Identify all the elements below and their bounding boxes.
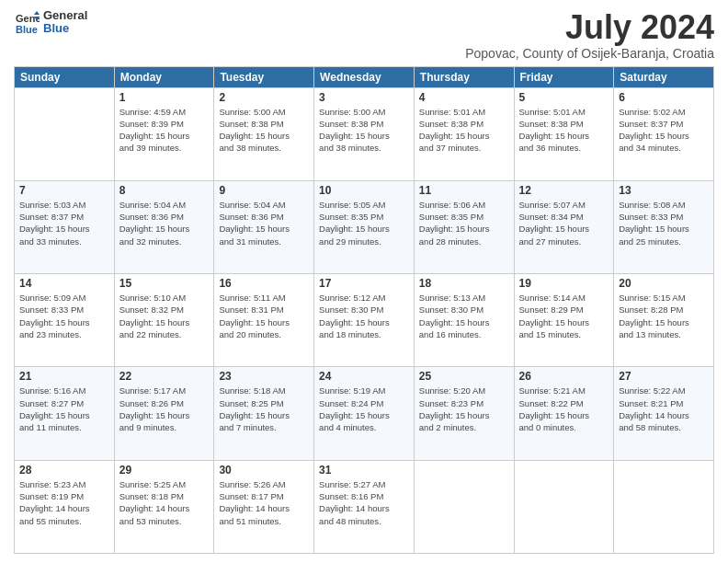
calendar-cell: 29Sunrise: 5:25 AM Sunset: 8:18 PM Dayli… — [114, 460, 214, 553]
calendar-cell: 7Sunrise: 5:03 AM Sunset: 8:37 PM Daylig… — [15, 180, 115, 273]
location-subtitle: Popovac, County of Osijek-Baranja, Croat… — [465, 46, 714, 61]
day-number: 26 — [519, 370, 609, 383]
day-info: Sunrise: 4:59 AM Sunset: 8:39 PM Dayligh… — [119, 106, 210, 155]
calendar-cell: 2Sunrise: 5:00 AM Sunset: 8:38 PM Daylig… — [214, 87, 314, 180]
calendar-cell — [614, 460, 714, 553]
day-number: 17 — [319, 277, 409, 290]
header-tuesday: Tuesday — [214, 66, 314, 87]
calendar-cell: 15Sunrise: 5:10 AM Sunset: 8:32 PM Dayli… — [114, 274, 214, 367]
day-info: Sunrise: 5:09 AM Sunset: 8:33 PM Dayligh… — [19, 292, 109, 340]
calendar-cell: 8Sunrise: 5:04 AM Sunset: 8:36 PM Daylig… — [114, 180, 214, 273]
calendar-cell — [514, 460, 614, 553]
day-number: 13 — [619, 184, 709, 197]
day-number: 11 — [419, 184, 509, 197]
day-number: 18 — [419, 277, 509, 290]
logo-line2: Blue — [43, 22, 87, 35]
day-info: Sunrise: 5:04 AM Sunset: 8:36 PM Dayligh… — [119, 199, 210, 247]
calendar-cell: 6Sunrise: 5:02 AM Sunset: 8:37 PM Daylig… — [614, 87, 714, 180]
day-info: Sunrise: 5:05 AM Sunset: 8:35 PM Dayligh… — [319, 199, 409, 247]
day-number: 9 — [219, 184, 309, 197]
day-number: 29 — [119, 464, 210, 477]
day-info: Sunrise: 5:00 AM Sunset: 8:38 PM Dayligh… — [319, 106, 409, 155]
day-info: Sunrise: 5:17 AM Sunset: 8:26 PM Dayligh… — [119, 385, 210, 433]
day-number: 3 — [319, 91, 409, 104]
calendar-cell: 14Sunrise: 5:09 AM Sunset: 8:33 PM Dayli… — [15, 274, 115, 367]
week-row-1: 1Sunrise: 4:59 AM Sunset: 8:39 PM Daylig… — [15, 87, 714, 180]
calendar-cell: 24Sunrise: 5:19 AM Sunset: 8:24 PM Dayli… — [314, 367, 415, 460]
week-row-4: 21Sunrise: 5:16 AM Sunset: 8:27 PM Dayli… — [15, 367, 714, 460]
day-info: Sunrise: 5:08 AM Sunset: 8:33 PM Dayligh… — [619, 199, 709, 247]
calendar-cell — [414, 460, 514, 553]
day-info: Sunrise: 5:11 AM Sunset: 8:31 PM Dayligh… — [219, 292, 309, 340]
day-number: 19 — [519, 277, 609, 290]
day-info: Sunrise: 5:27 AM Sunset: 8:16 PM Dayligh… — [319, 478, 409, 527]
day-number: 5 — [519, 91, 609, 104]
day-info: Sunrise: 5:18 AM Sunset: 8:25 PM Dayligh… — [219, 385, 309, 433]
day-info: Sunrise: 5:07 AM Sunset: 8:34 PM Dayligh… — [519, 199, 609, 247]
day-info: Sunrise: 5:01 AM Sunset: 8:38 PM Dayligh… — [419, 106, 509, 155]
logo-line1: General — [43, 9, 87, 22]
calendar-cell: 12Sunrise: 5:07 AM Sunset: 8:34 PM Dayli… — [514, 180, 614, 273]
day-info: Sunrise: 5:19 AM Sunset: 8:24 PM Dayligh… — [319, 385, 409, 433]
day-number: 16 — [219, 277, 309, 290]
calendar-cell: 27Sunrise: 5:22 AM Sunset: 8:21 PM Dayli… — [614, 367, 714, 460]
day-info: Sunrise: 5:25 AM Sunset: 8:18 PM Dayligh… — [119, 478, 210, 527]
day-number: 31 — [319, 464, 409, 477]
calendar-cell: 22Sunrise: 5:17 AM Sunset: 8:26 PM Dayli… — [114, 367, 214, 460]
calendar-cell: 19Sunrise: 5:14 AM Sunset: 8:29 PM Dayli… — [514, 274, 614, 367]
day-number: 7 — [19, 184, 109, 197]
day-info: Sunrise: 5:10 AM Sunset: 8:32 PM Dayligh… — [119, 292, 210, 340]
calendar-cell: 11Sunrise: 5:06 AM Sunset: 8:35 PM Dayli… — [414, 180, 514, 273]
calendar-cell: 17Sunrise: 5:12 AM Sunset: 8:30 PM Dayli… — [314, 274, 415, 367]
day-number: 23 — [219, 370, 309, 383]
header-row: SundayMondayTuesdayWednesdayThursdayFrid… — [15, 66, 714, 87]
day-info: Sunrise: 5:22 AM Sunset: 8:21 PM Dayligh… — [619, 385, 709, 433]
day-info: Sunrise: 5:23 AM Sunset: 8:19 PM Dayligh… — [19, 478, 109, 527]
header-sunday: Sunday — [15, 66, 115, 87]
svg-text:Blue: Blue — [16, 24, 38, 35]
calendar-cell: 9Sunrise: 5:04 AM Sunset: 8:36 PM Daylig… — [214, 180, 314, 273]
day-info: Sunrise: 5:03 AM Sunset: 8:37 PM Dayligh… — [19, 199, 109, 247]
week-row-3: 14Sunrise: 5:09 AM Sunset: 8:33 PM Dayli… — [15, 274, 714, 367]
calendar-cell — [15, 87, 115, 180]
day-info: Sunrise: 5:15 AM Sunset: 8:28 PM Dayligh… — [619, 292, 709, 340]
calendar-cell: 21Sunrise: 5:16 AM Sunset: 8:27 PM Dayli… — [15, 367, 115, 460]
day-number: 2 — [219, 91, 309, 104]
month-title: July 2024 — [465, 9, 714, 46]
day-info: Sunrise: 5:12 AM Sunset: 8:30 PM Dayligh… — [319, 292, 409, 340]
day-info: Sunrise: 5:26 AM Sunset: 8:17 PM Dayligh… — [219, 478, 309, 527]
day-info: Sunrise: 5:02 AM Sunset: 8:37 PM Dayligh… — [619, 106, 709, 155]
day-info: Sunrise: 5:16 AM Sunset: 8:27 PM Dayligh… — [19, 385, 109, 433]
day-number: 20 — [619, 277, 709, 290]
calendar-cell: 16Sunrise: 5:11 AM Sunset: 8:31 PM Dayli… — [214, 274, 314, 367]
header-wednesday: Wednesday — [314, 66, 415, 87]
calendar-cell: 1Sunrise: 4:59 AM Sunset: 8:39 PM Daylig… — [114, 87, 214, 180]
calendar-cell: 31Sunrise: 5:27 AM Sunset: 8:16 PM Dayli… — [314, 460, 415, 553]
day-number: 6 — [619, 91, 709, 104]
day-info: Sunrise: 5:00 AM Sunset: 8:38 PM Dayligh… — [219, 106, 309, 155]
day-number: 15 — [119, 277, 210, 290]
day-number: 14 — [19, 277, 109, 290]
header: General Blue General Blue July 2024 Popo… — [14, 9, 714, 61]
title-section: July 2024 Popovac, County of Osijek-Bara… — [465, 9, 714, 61]
header-saturday: Saturday — [614, 66, 714, 87]
day-number: 1 — [119, 91, 210, 104]
day-number: 12 — [519, 184, 609, 197]
logo-icon: General Blue — [14, 9, 40, 35]
calendar-cell: 23Sunrise: 5:18 AM Sunset: 8:25 PM Dayli… — [214, 367, 314, 460]
day-number: 25 — [419, 370, 509, 383]
header-thursday: Thursday — [414, 66, 514, 87]
calendar-cell: 30Sunrise: 5:26 AM Sunset: 8:17 PM Dayli… — [214, 460, 314, 553]
week-row-2: 7Sunrise: 5:03 AM Sunset: 8:37 PM Daylig… — [15, 180, 714, 273]
day-number: 28 — [19, 464, 109, 477]
day-number: 21 — [19, 370, 109, 383]
calendar-table: SundayMondayTuesdayWednesdayThursdayFrid… — [14, 66, 714, 554]
calendar-cell: 20Sunrise: 5:15 AM Sunset: 8:28 PM Dayli… — [614, 274, 714, 367]
day-number: 8 — [119, 184, 210, 197]
day-number: 22 — [119, 370, 210, 383]
day-info: Sunrise: 5:20 AM Sunset: 8:23 PM Dayligh… — [419, 385, 509, 433]
calendar-cell: 28Sunrise: 5:23 AM Sunset: 8:19 PM Dayli… — [15, 460, 115, 553]
calendar-cell: 13Sunrise: 5:08 AM Sunset: 8:33 PM Dayli… — [614, 180, 714, 273]
calendar-cell: 4Sunrise: 5:01 AM Sunset: 8:38 PM Daylig… — [414, 87, 514, 180]
header-friday: Friday — [514, 66, 614, 87]
